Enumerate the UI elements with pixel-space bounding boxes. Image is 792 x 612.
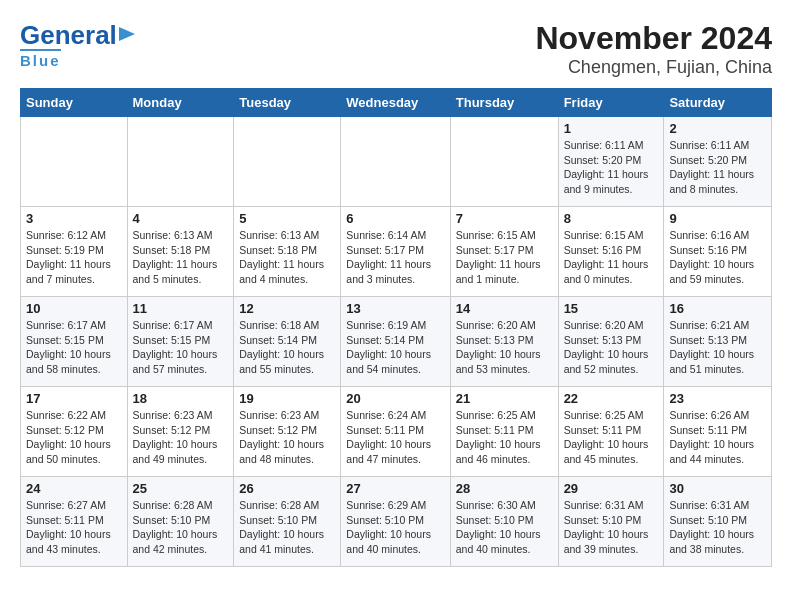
day-info: Sunrise: 6:26 AM Sunset: 5:11 PM Dayligh… [669, 408, 766, 467]
day-number: 12 [239, 301, 335, 316]
day-number: 7 [456, 211, 553, 226]
day-number: 6 [346, 211, 444, 226]
day-number: 29 [564, 481, 659, 496]
calendar-week-row: 1Sunrise: 6:11 AM Sunset: 5:20 PM Daylig… [21, 117, 772, 207]
day-info: Sunrise: 6:28 AM Sunset: 5:10 PM Dayligh… [133, 498, 229, 557]
calendar-cell: 16Sunrise: 6:21 AM Sunset: 5:13 PM Dayli… [664, 297, 772, 387]
calendar-cell [127, 117, 234, 207]
calendar-cell: 24Sunrise: 6:27 AM Sunset: 5:11 PM Dayli… [21, 477, 128, 567]
day-number: 3 [26, 211, 122, 226]
day-info: Sunrise: 6:13 AM Sunset: 5:18 PM Dayligh… [133, 228, 229, 287]
day-number: 11 [133, 301, 229, 316]
calendar-cell: 27Sunrise: 6:29 AM Sunset: 5:10 PM Dayli… [341, 477, 450, 567]
day-info: Sunrise: 6:18 AM Sunset: 5:14 PM Dayligh… [239, 318, 335, 377]
day-info: Sunrise: 6:31 AM Sunset: 5:10 PM Dayligh… [669, 498, 766, 557]
weekday-header: Sunday [21, 89, 128, 117]
day-info: Sunrise: 6:30 AM Sunset: 5:10 PM Dayligh… [456, 498, 553, 557]
day-info: Sunrise: 6:23 AM Sunset: 5:12 PM Dayligh… [133, 408, 229, 467]
day-number: 13 [346, 301, 444, 316]
day-number: 14 [456, 301, 553, 316]
calendar-cell: 3Sunrise: 6:12 AM Sunset: 5:19 PM Daylig… [21, 207, 128, 297]
day-number: 17 [26, 391, 122, 406]
day-info: Sunrise: 6:24 AM Sunset: 5:11 PM Dayligh… [346, 408, 444, 467]
calendar-cell [21, 117, 128, 207]
calendar-cell: 22Sunrise: 6:25 AM Sunset: 5:11 PM Dayli… [558, 387, 664, 477]
day-info: Sunrise: 6:21 AM Sunset: 5:13 PM Dayligh… [669, 318, 766, 377]
calendar-cell: 20Sunrise: 6:24 AM Sunset: 5:11 PM Dayli… [341, 387, 450, 477]
day-info: Sunrise: 6:15 AM Sunset: 5:17 PM Dayligh… [456, 228, 553, 287]
calendar-cell [341, 117, 450, 207]
calendar-cell: 12Sunrise: 6:18 AM Sunset: 5:14 PM Dayli… [234, 297, 341, 387]
day-info: Sunrise: 6:19 AM Sunset: 5:14 PM Dayligh… [346, 318, 444, 377]
day-info: Sunrise: 6:17 AM Sunset: 5:15 PM Dayligh… [26, 318, 122, 377]
calendar-cell: 6Sunrise: 6:14 AM Sunset: 5:17 PM Daylig… [341, 207, 450, 297]
calendar-cell: 10Sunrise: 6:17 AM Sunset: 5:15 PM Dayli… [21, 297, 128, 387]
day-number: 8 [564, 211, 659, 226]
page-title: November 2024 [535, 20, 772, 57]
calendar-week-row: 24Sunrise: 6:27 AM Sunset: 5:11 PM Dayli… [21, 477, 772, 567]
day-number: 23 [669, 391, 766, 406]
day-number: 19 [239, 391, 335, 406]
calendar-cell [234, 117, 341, 207]
calendar-cell: 4Sunrise: 6:13 AM Sunset: 5:18 PM Daylig… [127, 207, 234, 297]
calendar-cell: 2Sunrise: 6:11 AM Sunset: 5:20 PM Daylig… [664, 117, 772, 207]
day-number: 16 [669, 301, 766, 316]
page-header: General Blue November 2024 Chengmen, Fuj… [20, 20, 772, 78]
day-number: 2 [669, 121, 766, 136]
day-info: Sunrise: 6:31 AM Sunset: 5:10 PM Dayligh… [564, 498, 659, 557]
calendar-cell: 19Sunrise: 6:23 AM Sunset: 5:12 PM Dayli… [234, 387, 341, 477]
calendar-cell: 7Sunrise: 6:15 AM Sunset: 5:17 PM Daylig… [450, 207, 558, 297]
weekday-header: Monday [127, 89, 234, 117]
day-number: 28 [456, 481, 553, 496]
day-info: Sunrise: 6:22 AM Sunset: 5:12 PM Dayligh… [26, 408, 122, 467]
calendar-cell: 30Sunrise: 6:31 AM Sunset: 5:10 PM Dayli… [664, 477, 772, 567]
weekday-header: Friday [558, 89, 664, 117]
day-info: Sunrise: 6:20 AM Sunset: 5:13 PM Dayligh… [564, 318, 659, 377]
day-number: 26 [239, 481, 335, 496]
title-block: November 2024 Chengmen, Fujian, China [535, 20, 772, 78]
calendar-cell: 11Sunrise: 6:17 AM Sunset: 5:15 PM Dayli… [127, 297, 234, 387]
day-info: Sunrise: 6:20 AM Sunset: 5:13 PM Dayligh… [456, 318, 553, 377]
day-number: 21 [456, 391, 553, 406]
day-info: Sunrise: 6:23 AM Sunset: 5:12 PM Dayligh… [239, 408, 335, 467]
calendar-week-row: 3Sunrise: 6:12 AM Sunset: 5:19 PM Daylig… [21, 207, 772, 297]
calendar-cell: 9Sunrise: 6:16 AM Sunset: 5:16 PM Daylig… [664, 207, 772, 297]
day-info: Sunrise: 6:29 AM Sunset: 5:10 PM Dayligh… [346, 498, 444, 557]
calendar-cell [450, 117, 558, 207]
day-number: 15 [564, 301, 659, 316]
calendar-cell: 17Sunrise: 6:22 AM Sunset: 5:12 PM Dayli… [21, 387, 128, 477]
calendar-cell: 15Sunrise: 6:20 AM Sunset: 5:13 PM Dayli… [558, 297, 664, 387]
day-number: 30 [669, 481, 766, 496]
calendar-cell: 28Sunrise: 6:30 AM Sunset: 5:10 PM Dayli… [450, 477, 558, 567]
weekday-header: Saturday [664, 89, 772, 117]
day-info: Sunrise: 6:15 AM Sunset: 5:16 PM Dayligh… [564, 228, 659, 287]
calendar-cell: 14Sunrise: 6:20 AM Sunset: 5:13 PM Dayli… [450, 297, 558, 387]
day-number: 18 [133, 391, 229, 406]
calendar-cell: 29Sunrise: 6:31 AM Sunset: 5:10 PM Dayli… [558, 477, 664, 567]
weekday-header: Tuesday [234, 89, 341, 117]
day-info: Sunrise: 6:13 AM Sunset: 5:18 PM Dayligh… [239, 228, 335, 287]
page-subtitle: Chengmen, Fujian, China [535, 57, 772, 78]
weekday-header: Wednesday [341, 89, 450, 117]
logo-general: General [20, 20, 117, 51]
day-number: 5 [239, 211, 335, 226]
logo-blue: Blue [20, 52, 61, 69]
day-number: 22 [564, 391, 659, 406]
day-info: Sunrise: 6:27 AM Sunset: 5:11 PM Dayligh… [26, 498, 122, 557]
day-info: Sunrise: 6:25 AM Sunset: 5:11 PM Dayligh… [564, 408, 659, 467]
day-number: 4 [133, 211, 229, 226]
calendar-cell: 8Sunrise: 6:15 AM Sunset: 5:16 PM Daylig… [558, 207, 664, 297]
calendar-cell: 26Sunrise: 6:28 AM Sunset: 5:10 PM Dayli… [234, 477, 341, 567]
day-number: 9 [669, 211, 766, 226]
calendar-cell: 23Sunrise: 6:26 AM Sunset: 5:11 PM Dayli… [664, 387, 772, 477]
day-number: 20 [346, 391, 444, 406]
day-info: Sunrise: 6:11 AM Sunset: 5:20 PM Dayligh… [564, 138, 659, 197]
day-info: Sunrise: 6:25 AM Sunset: 5:11 PM Dayligh… [456, 408, 553, 467]
day-info: Sunrise: 6:11 AM Sunset: 5:20 PM Dayligh… [669, 138, 766, 197]
calendar-cell: 25Sunrise: 6:28 AM Sunset: 5:10 PM Dayli… [127, 477, 234, 567]
day-info: Sunrise: 6:28 AM Sunset: 5:10 PM Dayligh… [239, 498, 335, 557]
svg-marker-0 [119, 27, 135, 41]
calendar-week-row: 17Sunrise: 6:22 AM Sunset: 5:12 PM Dayli… [21, 387, 772, 477]
day-info: Sunrise: 6:16 AM Sunset: 5:16 PM Dayligh… [669, 228, 766, 287]
day-number: 1 [564, 121, 659, 136]
